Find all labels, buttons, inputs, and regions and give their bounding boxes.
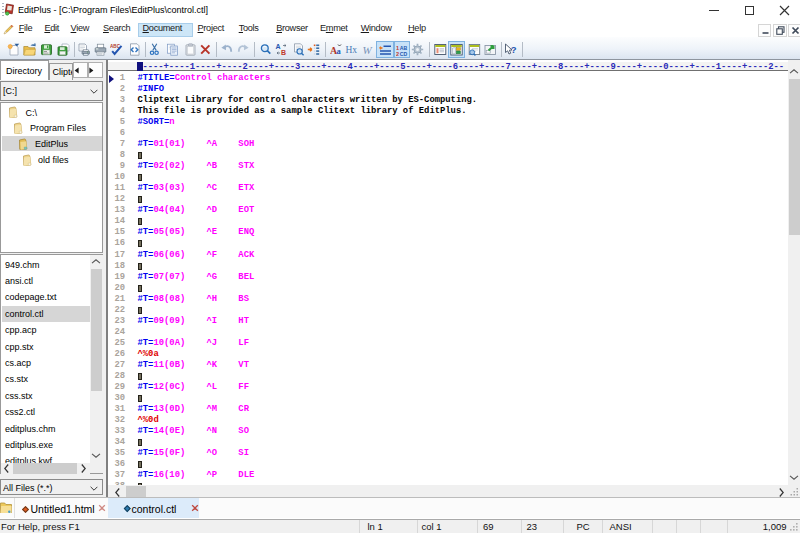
svg-text:Hx: Hx: [345, 45, 357, 55]
svg-text:AB: AB: [399, 44, 407, 50]
svg-text:A: A: [276, 43, 281, 50]
svg-text:B: B: [281, 49, 286, 56]
svg-text:CD: CD: [399, 51, 407, 57]
svg-text:1: 1: [396, 44, 399, 50]
svg-text:a: a: [336, 46, 341, 56]
svg-text:2: 2: [396, 51, 399, 57]
svg-text:W: W: [362, 44, 372, 56]
svg-text:?: ?: [511, 44, 517, 55]
